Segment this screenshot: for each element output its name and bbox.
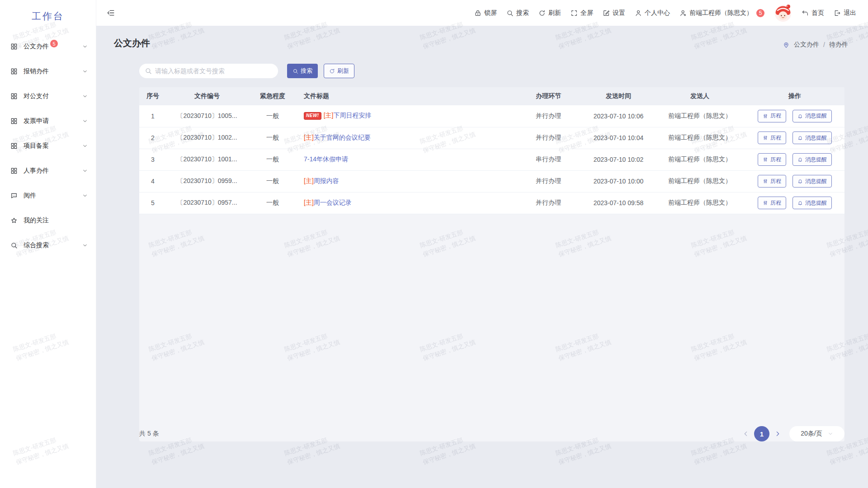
chevron-down-icon — [82, 243, 88, 248]
document-title-link[interactable]: 周报内容 — [314, 177, 339, 184]
sliders-icon — [763, 135, 768, 141]
home-button[interactable]: 首页 — [802, 9, 824, 17]
location-pin-icon — [783, 41, 790, 48]
topbar-refresh-button[interactable]: 刷新 — [538, 9, 561, 17]
notify-button[interactable]: 消息提醒 — [793, 197, 832, 209]
column-header: 办理环节 — [514, 87, 582, 105]
notify-button[interactable]: 消息提醒 — [793, 110, 832, 122]
logout-button[interactable]: 退出 — [834, 9, 856, 17]
sidebar-item-对公支付[interactable]: 对公支付 — [0, 84, 96, 108]
sidebar-badge: 5 — [50, 40, 58, 47]
sidebar-item-label: 我的关注 — [24, 216, 49, 225]
document-table-panel: 序号文件编号紧急程度文件标题办理环节发送时间发送人操作 1〔20230710〕1… — [139, 87, 844, 441]
sidebar-item-综合搜索[interactable]: 综合搜索 — [0, 233, 96, 258]
search-icon — [10, 242, 18, 249]
topbar-search-button[interactable]: 搜索 — [506, 9, 529, 17]
document-title-link[interactable]: 关于官网的会议纪要 — [314, 134, 371, 141]
cell-step: 并行办理 — [514, 105, 582, 127]
cell-title: [主]周一会议记录 — [297, 192, 514, 214]
main-doc-tag: [主] — [304, 134, 314, 141]
history-button[interactable]: 历程 — [758, 197, 786, 209]
history-button[interactable]: 历程 — [758, 153, 786, 166]
refresh-button[interactable]: 刷新 — [324, 64, 354, 78]
search-button-icon — [292, 68, 298, 74]
topbar-lock-button[interactable]: 锁屏 — [474, 9, 497, 17]
search-button[interactable]: 搜索 — [287, 64, 318, 78]
page-number-button[interactable]: 1 — [754, 426, 769, 441]
document-title-link[interactable]: 7-14年休假申请 — [304, 155, 348, 163]
current-user-button[interactable]: 前端工程师（陈思文） 5 — [679, 9, 764, 17]
notify-button[interactable]: 消息提醒 — [793, 175, 832, 188]
sidebar-item-我的关注[interactable]: 我的关注 — [0, 208, 96, 233]
menu-fold-icon[interactable] — [107, 9, 115, 17]
prev-page-button[interactable] — [742, 430, 750, 437]
sidebar-item-人事办件[interactable]: 人事办件 — [0, 158, 96, 183]
search-icon — [506, 9, 514, 17]
grid-icon — [10, 93, 18, 100]
sidebar-item-label: 项目备案 — [24, 142, 49, 150]
breadcrumb-current[interactable]: 待办件 — [829, 41, 848, 49]
cell-doc-no: 〔20230710〕1005... — [166, 105, 248, 127]
person-icon — [635, 9, 642, 17]
topbar-profile-label: 个人中心 — [645, 9, 670, 17]
cell-actions: 历程消息提醒 — [745, 127, 844, 149]
main-doc-tag: [主] — [324, 112, 334, 119]
chevron-down-icon — [82, 193, 88, 198]
history-button[interactable]: 历程 — [758, 110, 786, 122]
sidebar-item-报销办件[interactable]: 报销办件 — [0, 59, 96, 84]
refresh-button-label: 刷新 — [337, 67, 349, 75]
lock-icon — [474, 9, 481, 17]
column-header: 文件编号 — [166, 87, 248, 105]
person-dot-icon — [679, 9, 687, 17]
topbar-profile-button[interactable]: 个人中心 — [635, 9, 670, 17]
history-button[interactable]: 历程 — [758, 175, 786, 188]
user-avatar[interactable] — [774, 4, 792, 22]
grid-icon — [10, 142, 18, 150]
notify-button[interactable]: 消息提醒 — [793, 153, 832, 166]
toolbar: 搜索 刷新 — [139, 64, 354, 78]
cell-doc-no: 〔20230710〕1002... — [166, 127, 248, 149]
cell-step: 串行办理 — [514, 149, 582, 170]
sidebar-item-阅件[interactable]: 阅件 — [0, 183, 96, 208]
sidebar-item-项目备案[interactable]: 项目备案 — [0, 133, 96, 158]
cell-sender: 前端工程师（陈思文） — [655, 105, 745, 127]
home-icon — [802, 9, 809, 17]
sidebar-item-label: 综合搜索 — [24, 241, 49, 249]
history-button[interactable]: 历程 — [758, 131, 786, 144]
cell-index: 3 — [139, 149, 166, 170]
topbar-refresh-label: 刷新 — [548, 9, 561, 17]
user-notification-badge: 5 — [756, 9, 764, 17]
cell-step: 并行办理 — [514, 127, 582, 149]
table-row: 3〔20230710〕1001...一般7-14年休假申请串行办理2023-07… — [139, 149, 844, 170]
document-title-link[interactable]: 下周日程安排 — [333, 112, 371, 119]
next-page-button[interactable] — [774, 430, 781, 437]
document-title-link[interactable]: 周一会议记录 — [314, 199, 352, 206]
cell-sender: 前端工程师（陈思文） — [655, 170, 745, 192]
sidebar-item-发票申请[interactable]: 发票申请 — [0, 108, 96, 133]
topbar-settings-button[interactable]: 设置 — [603, 9, 625, 17]
notify-button[interactable]: 消息提醒 — [793, 131, 832, 144]
column-header: 序号 — [139, 87, 166, 105]
chevron-down-icon — [82, 143, 88, 149]
breadcrumb-root[interactable]: 公文办件 — [794, 41, 819, 49]
search-input[interactable] — [139, 64, 278, 78]
cell-title: NEW![主]下周日程安排 — [297, 105, 514, 127]
page-size-select[interactable]: 20条/页 — [789, 426, 844, 441]
sliders-icon — [763, 157, 768, 162]
chevron-down-icon — [82, 118, 88, 124]
document-table: 序号文件编号紧急程度文件标题办理环节发送时间发送人操作 1〔20230710〕1… — [139, 87, 844, 214]
table-footer: 共 5 条 1 20条/页 — [139, 426, 844, 442]
sidebar-item-label: 发票申请 — [24, 117, 49, 125]
bell-icon — [797, 113, 803, 119]
page-title: 公文办件 — [114, 37, 150, 49]
cell-title: [主]周报内容 — [297, 170, 514, 192]
column-header: 文件标题 — [297, 87, 514, 105]
column-header: 发送人 — [655, 87, 745, 105]
topbar-fullscreen-button[interactable]: 全屏 — [571, 9, 593, 17]
cell-time: 2023-07-10 10:06 — [582, 105, 655, 127]
sidebar-item-label: 报销办件 — [24, 67, 49, 75]
cell-actions: 历程消息提醒 — [745, 192, 844, 214]
sidebar-item-公文办件[interactable]: 公文办件5 — [0, 34, 96, 59]
cell-urgency: 一般 — [248, 127, 297, 149]
cell-time: 2023-07-10 10:02 — [582, 149, 655, 170]
